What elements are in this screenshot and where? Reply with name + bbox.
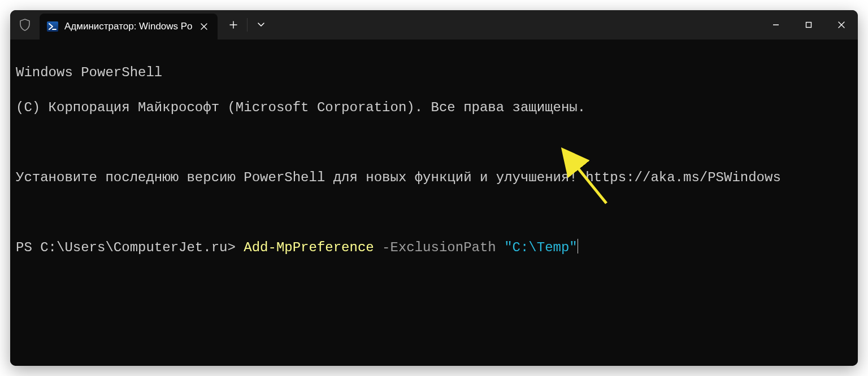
maximize-button[interactable] <box>792 10 825 40</box>
argument-text: "C:\Temp" <box>504 240 578 255</box>
cmdlet-text: Add-MpPreference <box>244 240 374 255</box>
powershell-icon <box>46 20 59 33</box>
banner-line-2: (C) Корпорация Майкрософт (Microsoft Cor… <box>16 99 852 116</box>
tab-controls <box>220 10 275 40</box>
minimize-button[interactable] <box>760 10 792 40</box>
tab-powershell-admin[interactable]: Администратор: Windows Po <box>40 14 218 40</box>
titlebar-drag-region[interactable] <box>275 10 760 40</box>
new-tab-button[interactable] <box>220 10 247 40</box>
annotation-arrow <box>10 40 858 366</box>
param-text: -ExclusionPath <box>374 240 504 255</box>
titlebar: Администратор: Windows Po <box>10 10 858 40</box>
plus-icon <box>229 21 237 29</box>
window-controls <box>760 10 858 40</box>
shield-icon <box>10 10 40 40</box>
blank-line <box>16 134 852 151</box>
svg-rect-4 <box>806 23 811 28</box>
maximize-icon <box>805 21 813 29</box>
close-window-button[interactable] <box>825 10 858 40</box>
tab-dropdown-button[interactable] <box>248 10 275 40</box>
prompt-text: PS C:\Users\ComputerJet.ru> <box>16 240 244 255</box>
terminal-window: Администратор: Windows Po <box>10 10 858 366</box>
chevron-down-icon <box>257 22 265 28</box>
minimize-icon <box>772 21 780 29</box>
close-icon <box>837 21 845 29</box>
command-line: PS C:\Users\ComputerJet.ru> Add-MpPrefer… <box>16 239 852 256</box>
blank-line <box>16 204 852 221</box>
text-caret <box>578 239 578 253</box>
close-icon <box>201 23 207 30</box>
tab-title: Администратор: Windows Po <box>64 21 193 32</box>
banner-line-1: Windows PowerShell <box>16 64 852 81</box>
tab-close-button[interactable] <box>198 21 210 32</box>
hint-line: Установите последнюю версию PowerShell д… <box>16 169 852 186</box>
terminal-output[interactable]: Windows PowerShell (C) Корпорация Майкро… <box>10 40 858 366</box>
